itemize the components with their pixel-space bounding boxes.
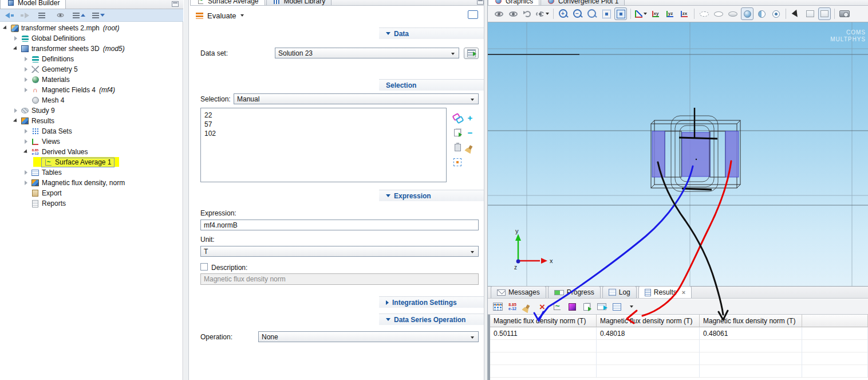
tab-progress[interactable]: Progress	[548, 286, 601, 298]
expression-input[interactable]: mf4.normB	[200, 220, 479, 230]
caret-icon[interactable]	[23, 170, 29, 175]
zoom-box-icon[interactable]	[586, 7, 598, 20]
tab-surface-average[interactable]: ~ Surface Average	[190, 0, 265, 6]
minimize-panel-button[interactable]	[172, 1, 179, 7]
graphics-viewport[interactable]: COMS MULTPHYS y	[488, 22, 868, 286]
caret-icon[interactable]	[23, 180, 29, 186]
expand-icon[interactable]	[386, 300, 389, 305]
minimize-settings-button[interactable]	[477, 0, 484, 5]
evaluate-button[interactable]: Evaluate	[207, 11, 236, 20]
active-selection-icon[interactable]	[453, 113, 462, 122]
refresh-icon[interactable]	[521, 7, 534, 20]
caret-icon[interactable]	[23, 128, 29, 134]
caret-icon[interactable]	[23, 149, 29, 155]
tab-log[interactable]: Log	[602, 286, 637, 298]
tab-model-library[interactable]: Model Library	[266, 0, 332, 6]
full-precision-icon[interactable]	[610, 300, 623, 313]
table-header[interactable]: Magnetic flux density norm (T)	[490, 315, 597, 327]
tab-messages[interactable]: Messages	[491, 286, 546, 298]
collapse-icon[interactable]	[386, 318, 390, 321]
caret-icon[interactable]	[23, 56, 29, 62]
view-yz-icon[interactable]: yz	[664, 7, 676, 20]
plot-table-icon[interactable]: ~	[551, 300, 563, 313]
panel-splitter[interactable]	[184, 0, 189, 380]
tab-graphics[interactable]: Graphics	[488, 0, 539, 6]
table-cell[interactable]: 0.48061	[700, 327, 802, 340]
tree-item-data-sets[interactable]: Data Sets	[0, 126, 183, 136]
tree-item-reports[interactable]: Reports	[0, 198, 183, 209]
render-shaded-icon[interactable]	[741, 7, 753, 20]
forward-icon[interactable]	[20, 9, 30, 22]
zoom-to-selection-icon[interactable]	[614, 7, 627, 20]
tree-item-derived-values[interactable]: 8.85e-12 Derived Values	[0, 147, 183, 157]
view-xy-icon[interactable]: xy	[649, 7, 662, 20]
show-icon[interactable]	[54, 9, 66, 22]
close-icon[interactable]: ×	[682, 289, 685, 296]
go-to-view-icon[interactable]	[634, 7, 648, 20]
table-cell[interactable]: 0.50111	[490, 327, 597, 340]
tab-model-builder[interactable]: Model Builder	[0, 0, 66, 9]
evaluate-dropdown-icon[interactable]	[240, 14, 244, 17]
description-checkbox[interactable]	[200, 263, 208, 271]
transparency-icon[interactable]	[712, 7, 725, 20]
render-points-icon[interactable]	[770, 7, 782, 20]
tree-item-geometry[interactable]: Geometry 5	[0, 64, 183, 75]
view-zx-icon[interactable]: zx	[678, 7, 691, 20]
zoom-out-icon[interactable]	[571, 7, 584, 20]
operation-select[interactable]: None	[258, 331, 479, 342]
tree-item-component[interactable]: transformer sheets 3D (mod5)	[0, 44, 183, 54]
tree-item-magnetic-fields[interactable]: ∩ Magnetic Fields 4 (mf4)	[0, 85, 183, 95]
remove-icon[interactable]: −	[468, 129, 473, 136]
view-options-icon[interactable]	[535, 7, 550, 20]
clear-table-icon[interactable]	[521, 300, 534, 313]
tree-item-tables[interactable]: Tables	[0, 167, 183, 178]
tree-item-mesh[interactable]: Mesh 4	[0, 95, 183, 105]
copy-icon[interactable]	[454, 129, 461, 136]
select-box-icon[interactable]	[804, 7, 816, 20]
tree-item-results[interactable]: Results	[0, 116, 183, 126]
zoom-extents-icon[interactable]	[600, 7, 613, 20]
table-header[interactable]: Magnetic flux density norm (T)	[700, 315, 802, 327]
help-icon[interactable]	[468, 10, 478, 19]
zoom-selected-icon[interactable]	[453, 158, 461, 166]
scene-light-icon[interactable]	[698, 7, 711, 20]
unit-select[interactable]: T	[200, 246, 479, 257]
table-options-icon[interactable]	[625, 300, 638, 313]
move-up-icon[interactable]	[72, 9, 86, 22]
show-all-icon[interactable]	[507, 7, 519, 20]
snapshot-icon[interactable]	[838, 7, 851, 20]
caret-icon[interactable]	[13, 108, 18, 113]
copy-table-icon[interactable]	[581, 300, 593, 313]
back-icon[interactable]	[5, 9, 14, 22]
tree-item-surface-average[interactable]: ~ Surface Average 1	[0, 157, 183, 167]
add-icon[interactable]: +	[468, 114, 473, 122]
precision-icon[interactable]: 8.85e-12	[506, 300, 519, 313]
paste-icon[interactable]	[455, 144, 461, 151]
color-table-icon[interactable]	[566, 300, 578, 313]
zoom-in-icon[interactable]	[557, 7, 570, 20]
tree-item-root[interactable]: transformer sheets 2.mph (root)	[0, 23, 183, 33]
tree-item-study[interactable]: Study 9	[0, 105, 183, 116]
caret-icon[interactable]	[13, 46, 18, 52]
caret-icon[interactable]	[13, 36, 18, 41]
hide-icon[interactable]	[492, 7, 505, 20]
selection-mode-select[interactable]: Manual	[234, 93, 479, 104]
dataset-select[interactable]: Solution 23	[275, 48, 459, 58]
collapse-all-icon[interactable]	[35, 9, 48, 22]
caret-icon[interactable]	[23, 77, 29, 83]
evaluate-all-icon[interactable]	[491, 300, 504, 313]
caret-icon[interactable]	[23, 139, 29, 144]
tree-item-views[interactable]: Views	[0, 136, 183, 147]
export-table-icon[interactable]	[595, 300, 608, 313]
tab-convergence-plot[interactable]: Convergence Plot 1	[540, 0, 625, 6]
tree-item-global-definitions[interactable]: Global Definitions	[0, 33, 183, 44]
select-block-icon[interactable]	[818, 7, 831, 20]
tree-item-materials[interactable]: Materials	[0, 75, 183, 85]
caret-icon[interactable]	[13, 118, 18, 124]
import-dataset-button[interactable]	[464, 48, 479, 59]
collapse-icon[interactable]	[386, 194, 390, 197]
caret-icon[interactable]	[2, 25, 8, 31]
caret-icon[interactable]	[23, 66, 29, 72]
render-half-icon[interactable]	[755, 7, 768, 20]
move-down-icon[interactable]	[92, 9, 105, 22]
